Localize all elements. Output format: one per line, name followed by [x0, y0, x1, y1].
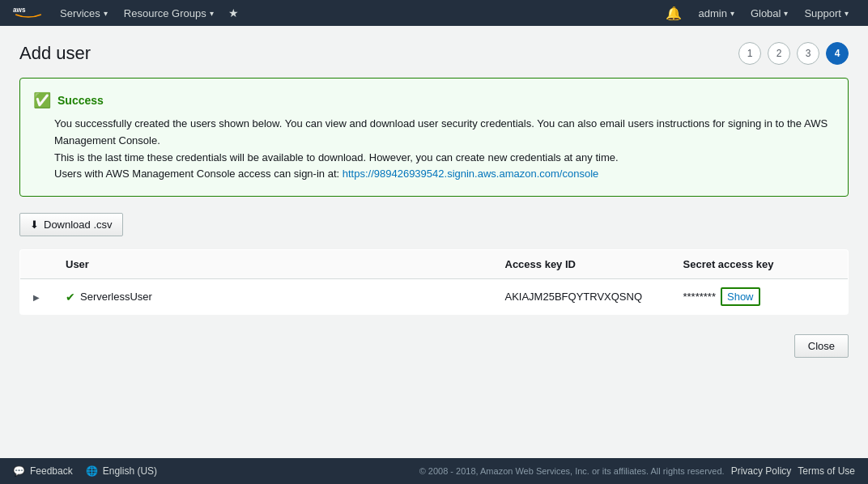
success-signin-line: Users with AWS Management Console access… [54, 166, 835, 183]
notifications-bell-icon[interactable]: 🔔 [659, 2, 688, 24]
page-title: Add user [19, 43, 91, 64]
global-chevron-icon: ▾ [784, 9, 788, 18]
step-2: 2 [768, 42, 790, 65]
signin-url-link[interactable]: https://989426939542.signin.aws.amazon.c… [343, 168, 599, 180]
success-line1: You successfully created the users shown… [54, 116, 835, 150]
services-menu-button[interactable]: Services ▾ [53, 4, 114, 23]
col-header-expand [20, 250, 53, 279]
close-button-row: Close [19, 334, 849, 358]
col-header-access-key: Access key ID [492, 250, 670, 279]
page-header: Add user 1 2 3 4 [19, 42, 849, 65]
step-4-active: 4 [826, 42, 849, 65]
access-key-cell: AKIAJM25BFQYTRVXQSNQ [492, 279, 670, 315]
step-1: 1 [738, 42, 761, 65]
credentials-table: User Access key ID Secret access key ▶ ✔… [19, 249, 849, 315]
username-label: ServerlessUser [80, 291, 152, 303]
success-body: You successfully created the users shown… [33, 116, 835, 183]
table-body: ▶ ✔ ServerlessUser AKIAJM25BFQYTRVXQSNQ … [20, 279, 849, 315]
support-menu-button[interactable]: Support ▾ [798, 4, 855, 23]
user-check-icon: ✔ [66, 291, 75, 304]
show-button-wrapper: Show [721, 287, 760, 306]
close-button[interactable]: Close [794, 334, 849, 358]
resource-groups-chevron-icon: ▾ [210, 9, 214, 18]
main-content: Add user 1 2 3 4 ✅ Success You successfu… [0, 26, 868, 374]
table-row: ▶ ✔ ServerlessUser AKIAJM25BFQYTRVXQSNQ … [20, 279, 849, 315]
support-chevron-icon: ▾ [845, 9, 849, 18]
col-header-secret: Secret access key [670, 250, 849, 279]
secret-key-cell: ******** Show [670, 279, 849, 315]
secret-key-content: ******** Show [683, 287, 836, 306]
success-check-icon: ✅ [33, 91, 51, 109]
col-header-user: User [53, 250, 492, 279]
expand-cell: ▶ [20, 279, 53, 315]
table-header: User Access key ID Secret access key [20, 250, 849, 279]
nav-right-section: 🔔 admin ▾ Global ▾ Support ▾ [659, 2, 855, 24]
success-title: Success [57, 94, 104, 107]
success-header: ✅ Success [33, 91, 835, 109]
user-cell: ✔ ServerlessUser [53, 279, 492, 315]
svg-text:aws: aws [13, 6, 26, 14]
row-expand-button[interactable]: ▶ [33, 293, 40, 302]
success-line2: This is the last time these credentials … [54, 150, 835, 167]
secret-masked-value: ******** [683, 291, 716, 303]
top-navigation: aws Services ▾ Resource Groups ▾ ★ 🔔 adm… [0, 0, 868, 26]
success-banner: ✅ Success You successfully created the u… [19, 78, 849, 197]
aws-logo[interactable]: aws [13, 3, 44, 23]
step-indicators: 1 2 3 4 [738, 42, 849, 65]
access-key-value: AKIAJM25BFQYTRVXQSNQ [505, 291, 643, 303]
favorites-star-icon[interactable]: ★ [223, 3, 244, 23]
resource-groups-menu-button[interactable]: Resource Groups ▾ [117, 4, 220, 23]
step-3: 3 [797, 42, 819, 65]
services-chevron-icon: ▾ [104, 9, 108, 18]
admin-menu-button[interactable]: admin ▾ [691, 4, 740, 23]
user-cell-content: ✔ ServerlessUser [66, 291, 479, 304]
admin-chevron-icon: ▾ [730, 9, 734, 18]
global-menu-button[interactable]: Global ▾ [744, 4, 795, 23]
download-icon: ⬇ [30, 219, 39, 231]
show-secret-button[interactable]: Show [727, 291, 754, 303]
download-csv-button[interactable]: ⬇ Download .csv [19, 213, 123, 236]
